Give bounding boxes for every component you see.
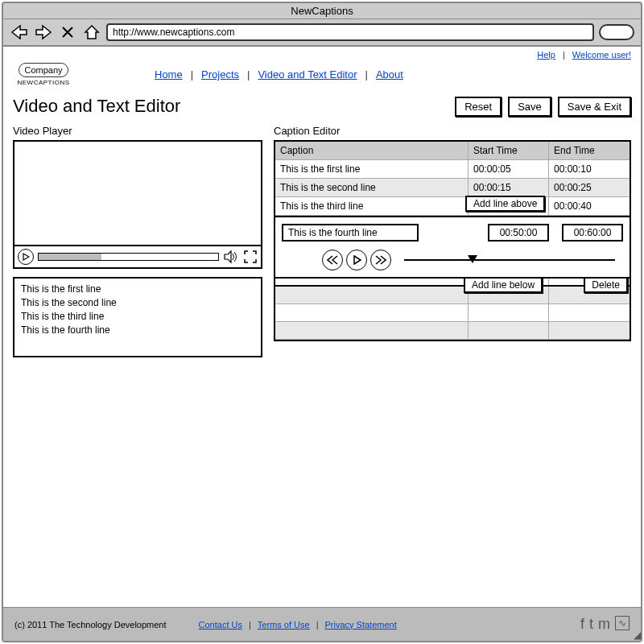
- privacy-link[interactable]: Privacy Statement: [324, 620, 396, 630]
- nav-projects[interactable]: Projects: [201, 68, 239, 80]
- search-oval[interactable]: [599, 24, 634, 40]
- volume-icon[interactable]: [223, 250, 239, 264]
- forward-icon[interactable]: [34, 23, 53, 42]
- footer: (c) 2011 The Technology Development Cont…: [3, 607, 641, 641]
- col-caption: Caption: [275, 142, 469, 159]
- home-icon[interactable]: [82, 23, 101, 42]
- caption-preview-list: This is the first line This is the secon…: [13, 277, 262, 357]
- stop-icon[interactable]: [58, 23, 77, 42]
- empty-rows: [274, 287, 631, 341]
- nav-editor[interactable]: Video and Text Editor: [258, 68, 357, 80]
- nav-about[interactable]: About: [376, 68, 403, 80]
- logo-company: Company: [19, 63, 68, 77]
- list-item: This is the first line: [21, 283, 254, 295]
- rewind-icon[interactable]: [322, 250, 343, 270]
- separator: |: [563, 50, 565, 60]
- save-button[interactable]: Save: [508, 97, 551, 117]
- list-item: This is the fourth line: [21, 324, 254, 336]
- add-line-above-button[interactable]: Add line above: [465, 196, 545, 212]
- delete-button[interactable]: Delete: [584, 277, 628, 293]
- copyright: (c) 2011 The Technology Development: [14, 620, 167, 630]
- caption-editor-label: Caption Editor: [274, 125, 631, 137]
- slider-thumb[interactable]: [468, 255, 477, 263]
- caption-table: Caption Start Time End Time This is the …: [274, 140, 631, 217]
- save-exit-button[interactable]: Save & Exit: [558, 97, 631, 117]
- time-slider[interactable]: [404, 259, 615, 261]
- rss-icon[interactable]: ∿: [615, 616, 630, 630]
- logo-sub: NEWCAPTIONS: [13, 79, 74, 86]
- video-canvas[interactable]: [14, 142, 261, 245]
- play-icon[interactable]: [346, 250, 367, 270]
- twitter-icon[interactable]: t: [589, 616, 593, 633]
- page-title: Video and Text Editor: [13, 96, 180, 117]
- below-action-row: Add line below Delete: [274, 279, 631, 287]
- start-time-input[interactable]: [488, 224, 549, 242]
- end-time-input[interactable]: [562, 224, 623, 242]
- col-start: Start Time: [469, 142, 549, 159]
- url-input[interactable]: [106, 23, 594, 41]
- list-item: This is the third line: [21, 311, 254, 322]
- table-row[interactable]: This is the second line 00:00:15 00:00:2…: [275, 179, 630, 197]
- fullscreen-icon[interactable]: [243, 250, 258, 264]
- logo: Company NEWCAPTIONS: [13, 63, 74, 86]
- edit-panel: [274, 217, 631, 279]
- caption-input[interactable]: [282, 224, 419, 242]
- add-line-below-button[interactable]: Add line below: [464, 277, 543, 293]
- table-row[interactable]: This is the third line Add line above 00…: [275, 197, 630, 216]
- col-end: End Time: [549, 142, 630, 159]
- welcome-link[interactable]: Welcome user!: [572, 50, 631, 60]
- video-progress[interactable]: [38, 253, 219, 261]
- play-icon[interactable]: [18, 249, 34, 265]
- contact-link[interactable]: Contact Us: [199, 620, 242, 630]
- list-item: This is the second line: [21, 297, 254, 308]
- nav-home[interactable]: Home: [155, 68, 183, 80]
- video-player: [13, 140, 262, 269]
- table-row[interactable]: This is the first line 00:00:05 00:00:10: [275, 160, 630, 179]
- reset-button[interactable]: Reset: [455, 97, 502, 117]
- help-link[interactable]: Help: [537, 50, 555, 60]
- back-icon[interactable]: [10, 23, 29, 42]
- resize-grip-icon[interactable]: ◢: [634, 630, 641, 641]
- facebook-icon[interactable]: f: [580, 616, 584, 633]
- video-label: Video Player: [13, 125, 262, 137]
- table-header: Caption Start Time End Time: [275, 142, 630, 160]
- book-icon[interactable]: m: [598, 616, 610, 633]
- window-title: NewCaptions: [3, 3, 641, 19]
- terms-link[interactable]: Terms of Use: [258, 620, 310, 630]
- fast-forward-icon[interactable]: [370, 250, 391, 270]
